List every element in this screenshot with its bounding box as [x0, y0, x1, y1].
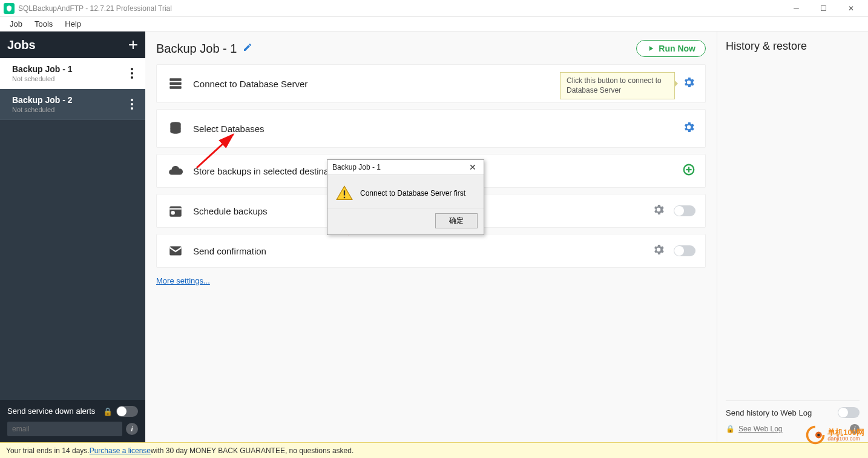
database-icon	[166, 121, 185, 136]
cloud-icon	[166, 163, 185, 179]
confirm-toggle[interactable]	[674, 245, 695, 256]
jobs-sidebar: Jobs + Backup Job - 1 Not scheduled Back…	[0, 32, 145, 442]
svg-point-9	[171, 211, 175, 215]
minimize-button[interactable]: ─	[783, 0, 810, 17]
trial-footer: Your trial ends in 14 days. Purchase a l…	[0, 442, 868, 458]
step-label: Send confirmation	[193, 246, 266, 256]
schedule-toggle[interactable]	[674, 205, 695, 216]
menu-tools[interactable]: Tools	[28, 18, 59, 30]
watermark: 单机100网 danji100.com	[804, 424, 864, 446]
footer-prefix: Your trial ends in 14 days.	[6, 446, 90, 455]
step-confirm[interactable]: Send confirmation	[156, 234, 706, 268]
svg-rect-13	[344, 190, 345, 195]
run-now-label: Run Now	[659, 44, 695, 53]
connect-tooltip: Click this button to connect to Database…	[560, 72, 675, 99]
svg-rect-14	[344, 197, 345, 198]
send-history-toggle[interactable]	[838, 407, 860, 418]
step-label: Connect to Database Server	[193, 79, 307, 89]
dialog-ok-button[interactable]: 确定	[435, 213, 478, 228]
step-label: Schedule backups	[193, 206, 268, 216]
gear-icon[interactable]	[652, 203, 665, 219]
svg-rect-7	[169, 206, 182, 216]
menubar: Job Tools Help	[0, 17, 868, 32]
svg-rect-1	[169, 82, 182, 85]
step-label: Select Databases	[193, 124, 265, 134]
lock-icon: 🔒	[726, 425, 735, 433]
more-settings-link[interactable]: More settings...	[156, 276, 706, 285]
step-connect[interactable]: Connect to Database Server Click this bu…	[156, 64, 706, 103]
job-sub: Not scheduled	[12, 75, 127, 82]
menu-job[interactable]: Job	[4, 18, 28, 30]
add-job-button[interactable]: +	[128, 35, 138, 55]
menu-help[interactable]: Help	[59, 18, 87, 30]
window-title: SQLBackupAndFTP - 12.7.21 Professional T…	[18, 4, 172, 13]
step-select-db[interactable]: Select Databases	[156, 109, 706, 148]
purchase-link[interactable]: Purchase a license	[90, 446, 151, 455]
gear-icon[interactable]	[682, 76, 695, 91]
svg-point-17	[817, 434, 820, 437]
job-menu-icon[interactable]	[127, 65, 137, 81]
watermark-icon	[804, 424, 826, 446]
footer-suffix: with 30 day MONEY BACK GUARANTEE, no que…	[151, 446, 353, 455]
lock-icon: 🔒	[103, 407, 113, 416]
sidebar-bottom: Send service down alerts 🔒 i	[0, 400, 145, 442]
center-panel: Backup Job - 1 Run Now Connect to Databa…	[145, 32, 717, 442]
sidebar-title: Jobs	[7, 38, 36, 52]
dialog-message: Connect to Database Server first	[360, 189, 465, 197]
run-now-button[interactable]: Run Now	[636, 40, 706, 57]
alerts-toggle[interactable]	[116, 406, 138, 417]
info-icon[interactable]: i	[126, 423, 138, 435]
job-item-1[interactable]: Backup Job - 1 Not scheduled	[0, 58, 145, 89]
sidebar-header: Jobs +	[0, 32, 145, 58]
edit-icon[interactable]	[243, 42, 252, 55]
history-panel: History & restore Send history to Web Lo…	[717, 32, 868, 442]
mail-icon	[166, 243, 185, 259]
server-icon	[166, 76, 185, 91]
dialog-title: Backup Job - 1	[332, 163, 467, 171]
warning-dialog: Backup Job - 1 ✕ Connect to Database Ser…	[327, 159, 484, 235]
job-item-2[interactable]: Backup Job - 2 Not scheduled	[0, 89, 145, 120]
history-title: History & restore	[726, 40, 860, 53]
calendar-icon	[166, 203, 185, 219]
step-label: Store backups in selected destinations	[193, 166, 348, 176]
close-button[interactable]: ✕	[837, 0, 864, 17]
send-history-label: Send history to Web Log	[726, 408, 838, 417]
gear-icon[interactable]	[682, 121, 695, 136]
job-title: Backup Job - 1	[12, 64, 127, 74]
job-menu-icon[interactable]	[127, 96, 137, 112]
maximize-button[interactable]: ☐	[810, 0, 837, 17]
job-title: Backup Job - 2	[12, 95, 127, 105]
svg-rect-2	[169, 86, 182, 88]
titlebar: SQLBackupAndFTP - 12.7.21 Professional T…	[0, 0, 868, 17]
add-destination-icon[interactable]	[682, 163, 695, 179]
watermark-line2: danji100.com	[827, 436, 864, 442]
alerts-email-input[interactable]	[7, 422, 122, 436]
svg-rect-0	[169, 78, 182, 81]
gear-icon[interactable]	[652, 243, 665, 259]
job-sub: Not scheduled	[12, 106, 127, 113]
app-icon	[4, 3, 15, 14]
job-heading: Backup Job - 1	[156, 42, 237, 56]
dialog-close-icon[interactable]: ✕	[467, 162, 479, 172]
warning-icon	[336, 185, 353, 202]
alerts-label: Send service down alerts	[7, 407, 99, 416]
